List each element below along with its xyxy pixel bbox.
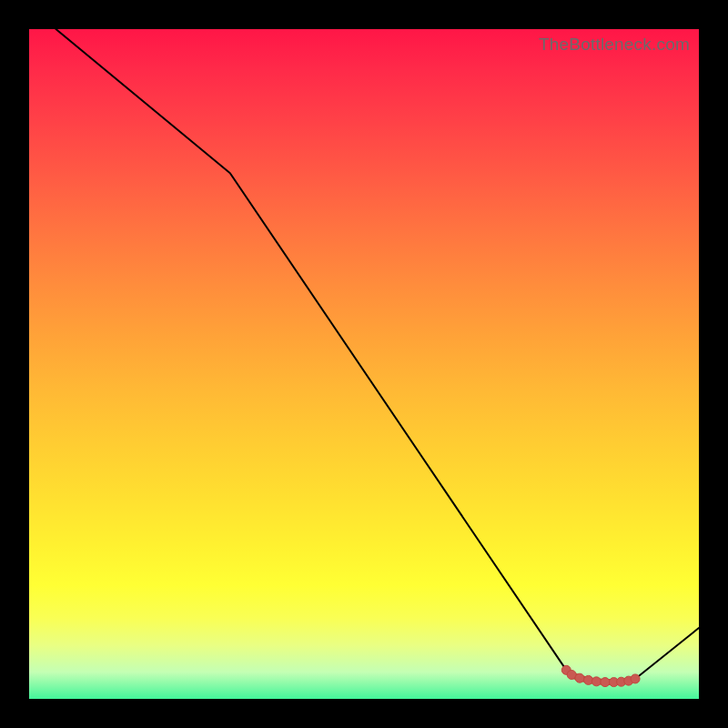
- highlight-dot: [610, 678, 619, 687]
- highlight-dot: [561, 665, 571, 674]
- highlight-dot: [584, 675, 593, 684]
- watermark-text: TheBottleneck.com: [539, 35, 690, 55]
- chart-overlay: [29, 29, 699, 699]
- highlight-dot: [592, 677, 601, 686]
- highlight-line: [566, 670, 635, 682]
- highlight-dot: [575, 673, 584, 682]
- plot-area: TheBottleneck.com: [29, 29, 699, 699]
- highlight-dot: [631, 674, 640, 683]
- highlight-dot: [624, 676, 633, 685]
- highlight-dot: [601, 678, 610, 687]
- chart-frame: TheBottleneck.com: [0, 0, 728, 728]
- data-line: [56, 29, 699, 682]
- highlight-dot: [567, 671, 576, 680]
- highlight-dot: [617, 677, 626, 686]
- highlight-dots: [561, 665, 640, 686]
